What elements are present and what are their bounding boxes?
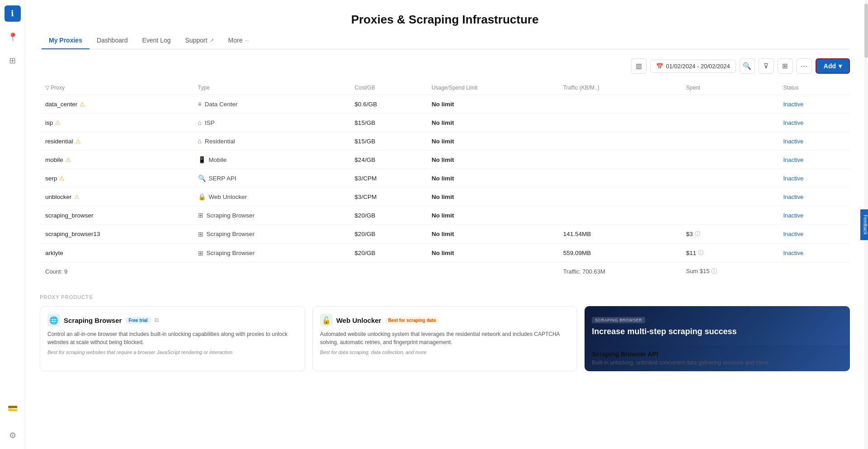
spent-cell [680,95,778,113]
sidebar-item-info[interactable]: ℹ [5,5,21,22]
products-grid: 🌐 Scraping Browser Free trial ⧉ Control … [40,306,850,371]
add-button[interactable]: Add ▾ [816,58,850,74]
proxy-name-text[interactable]: isp [45,119,53,126]
spent-cell: $11ⓘ [680,244,778,263]
grid-button[interactable]: ⊞ [778,58,793,74]
status-cell: Inactive [778,188,850,206]
copy-icon[interactable]: ⧉ [155,317,159,324]
status-badge[interactable]: Inactive [783,119,803,126]
grid-icon: ⊞ [782,62,788,70]
status-badge[interactable]: Inactive [783,138,803,145]
spent-cell [680,206,778,225]
product-title: Scraping Browser [64,317,122,324]
tab-support[interactable]: Support ↗ [178,32,221,49]
proxy-name-text[interactable]: unblocker [45,194,72,200]
status-badge[interactable]: Inactive [783,212,803,219]
proxy-name-text[interactable]: arklyte [45,250,63,256]
sidebar-item-settings[interactable]: ⚙ [5,427,21,444]
type-label: Scraping Browser [207,231,255,237]
sidebar-item-location[interactable]: 📍 [5,29,21,45]
product-card-scraping-browser-api: SCRAPING BROWSER Increase multi-step scr… [585,306,850,371]
date-range-button[interactable]: 📅 01/02/2024 - 20/02/2024 [650,60,736,73]
search-icon: 🔍 [743,62,751,70]
traffic-cell [558,169,681,188]
settings-icon: ⚙ [9,430,16,440]
proxy-name-cell: mobile ⚠ [40,151,193,169]
type-cell: ⌂ Residential [193,132,349,151]
proxy-name-text[interactable]: mobile [45,156,63,163]
type-icon: ⊞ [198,212,203,219]
product-title: Scraping Browser API [592,350,843,358]
status-badge[interactable]: Inactive [783,101,803,108]
limit-cell: No limit [426,244,558,263]
sum-info-icon[interactable]: ⓘ [711,268,717,274]
product-description: Built-in unlocking, unlimited concurrent… [592,359,843,366]
feedback-tab[interactable]: Feedback [861,209,868,240]
type-label: ISP [205,119,215,126]
chart-button[interactable]: ▥ [631,58,646,74]
table-footer-row: Count: 9 Traffic: 700.63M Sum $15 ⓘ [40,263,850,280]
proxy-name-text[interactable]: scraping_browser13 [45,231,100,237]
spent-cell [680,113,778,132]
proxy-name-cell: arklyte [40,244,193,263]
type-icon: ⌂ [198,119,202,126]
best-badge: Best for scraping data [385,317,439,324]
info-icon: ℹ [11,9,14,19]
status-cell: Inactive [778,225,850,244]
product-card-web-unlocker: 🔓 Web Unlocker Best for scraping data Au… [312,306,578,371]
type-cell: 🔍 SERP API [193,169,349,188]
table-row: arklyte ⊞ Scraping Browser $20/GB No lim… [40,244,850,263]
traffic-cell [558,206,681,225]
product-card-header: 🌐 Scraping Browser Free trial ⧉ [47,314,297,326]
status-badge[interactable]: Inactive [783,250,803,256]
footer-sum: Sum $15 ⓘ [680,263,778,280]
tab-event-log[interactable]: Event Log [135,32,178,49]
proxy-name-text[interactable]: data_center [45,101,77,108]
more-options-button[interactable]: ⋯ [797,58,812,74]
traffic-cell [558,95,681,113]
filter-button[interactable]: ⊽ [759,58,774,74]
status-badge[interactable]: Inactive [783,231,803,237]
tab-my-proxies[interactable]: My Proxies [42,32,90,49]
product-note: Best for data scraping, data collection,… [320,349,570,356]
spent-value: $11 [686,250,696,256]
page-title: Proxies & Scraping Infrastructure [40,13,850,27]
search-button[interactable]: 🔍 [740,58,755,74]
product-title: Web Unlocker [336,317,382,324]
limit-cell: No limit [426,206,558,225]
calendar-icon: 📅 [656,63,663,70]
limit-cell: No limit [426,169,558,188]
type-cell: ≡ Data Center [193,95,349,113]
cost-cell: $20/GB [349,225,426,244]
type-label: SERP API [209,175,236,182]
table-row: unblocker ⚠ 🔒 Web Unlocker $3/CPM No lim… [40,188,850,206]
spent-cell [680,132,778,151]
status-badge[interactable]: Inactive [783,194,803,200]
tab-dashboard[interactable]: Dashboard [90,32,135,49]
limit-cell: No limit [426,113,558,132]
status-badge[interactable]: Inactive [783,175,803,182]
filter-icon: ⊽ [764,62,769,70]
proxy-name-text[interactable]: scraping_browser [45,212,94,219]
proxy-name-cell: serp ⚠ [40,169,193,188]
footer-count: Count: 9 [40,263,193,280]
proxy-table: ▽ Proxy Type Cost/GB Usage/Spend Limit T… [40,81,850,280]
proxy-name-text[interactable]: serp [45,175,57,182]
cost-cell: $3/CPM [349,169,426,188]
info-icon[interactable]: ⓘ [695,230,700,238]
warn-icon: ⚠ [66,156,71,163]
sidebar-item-layers[interactable]: ⊞ [5,52,21,69]
spent-value: $3 [686,231,693,237]
proxy-products-section: PROXY PRODUCTS 🌐 Scraping Browser Free t… [40,294,850,371]
scrollbar-thumb[interactable] [864,4,868,58]
image-title: Increase multi-step scraping success [592,327,843,337]
status-badge[interactable]: Inactive [783,156,803,163]
type-label: Mobile [209,156,227,163]
proxy-name-text[interactable]: residential [45,138,73,145]
status-cell: Inactive [778,206,850,225]
warn-icon: ⚠ [75,138,81,145]
more-dots-icon: ··· [245,38,249,43]
sidebar-item-card[interactable]: 💳 [5,400,21,416]
tab-more[interactable]: More ··· [221,32,256,49]
info-icon[interactable]: ⓘ [698,249,703,257]
